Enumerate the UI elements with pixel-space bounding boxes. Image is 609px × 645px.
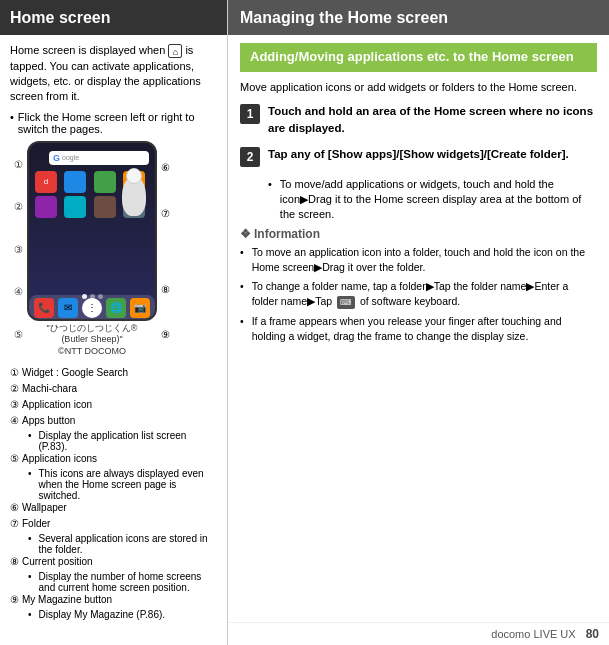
sub-bullet-4: •	[28, 430, 32, 441]
num9-right: ⑨	[161, 329, 170, 340]
dock-icon-apps: ⋮	[82, 298, 102, 318]
info-bullet-dot-1: •	[240, 245, 244, 260]
step-label-2: Tap any of [Show apps]/[Show widgets]/[C…	[268, 148, 569, 160]
step-1: 1 Touch and hold an area of the Home scr…	[240, 103, 597, 135]
info-item-2: • To change a folder name, tap a folder▶…	[240, 279, 597, 309]
num5-left: ⑤	[14, 329, 23, 340]
legend-sub-text-7: Several application icons are stored in …	[39, 533, 217, 555]
step-num-text-1: 1	[247, 107, 254, 121]
legend-num-3: ③	[10, 398, 19, 411]
legend-sub-8: • Display the number of home screens and…	[28, 571, 217, 593]
keyboard-icon: ⌨	[337, 296, 355, 309]
info-bullet-dot-2: •	[240, 279, 244, 294]
legend-num-8: ⑧	[10, 555, 19, 568]
phone-mockup: G oogle d	[27, 141, 157, 358]
legend-sub-5: • This icons are always displayed even w…	[28, 468, 217, 501]
legend-label-2: Machi-chara	[22, 382, 77, 395]
sub-bullet-8: •	[28, 571, 32, 582]
legend-label-6: Wallpaper	[22, 501, 67, 514]
footer: docomo LIVE UX 80	[228, 622, 609, 645]
step2-sub-text: To move/add applications or widgets, tou…	[280, 177, 597, 223]
dock-icon-browser: 🌐	[106, 298, 126, 318]
left-numbers: ① ② ③ ④ ⑤	[14, 141, 23, 358]
step-label-1: Touch and hold an area of the Home scree…	[268, 105, 593, 133]
legend-item-8: ⑧ Current position	[10, 555, 217, 568]
info-item-3: • If a frame appears when you release yo…	[240, 314, 597, 343]
legend-item-3: ③ Application icon	[10, 398, 217, 411]
right-header-text: Managing the Home screen	[240, 9, 448, 26]
caption1: "ひつじのしつじくん®	[47, 323, 138, 333]
subheader-text: Adding/Moving applications etc. to the H…	[250, 49, 574, 64]
info-diamond-icon: ❖	[240, 227, 251, 241]
legend-item-6: ⑥ Wallpaper	[10, 501, 217, 514]
right-intro: Move application icons or add widgets or…	[240, 80, 597, 95]
caption3: ©NTT DOCOMO	[58, 346, 126, 356]
app-icon-brown	[94, 196, 116, 218]
section-subheader: Adding/Moving applications etc. to the H…	[240, 43, 597, 72]
sub-bullet-dot: •	[268, 177, 272, 192]
home-icon: ⌂	[168, 44, 182, 58]
num2-left: ②	[14, 201, 23, 212]
app-icon-green	[94, 171, 116, 193]
bullet-dot: •	[10, 111, 14, 123]
legend-item-7: ⑦ Folder	[10, 517, 217, 530]
legend-num-1: ①	[10, 366, 19, 379]
legend-num-5: ⑤	[10, 452, 19, 465]
step-num-text-2: 2	[247, 150, 254, 164]
right-header: Managing the Home screen	[228, 0, 609, 35]
info-text-2: To change a folder name, tap a folder▶Ta…	[252, 279, 597, 309]
num6-right: ⑥	[161, 162, 170, 173]
info-text-3: If a frame appears when you release your…	[252, 314, 597, 343]
legend-label-4: Apps button	[22, 414, 75, 427]
left-header-text: Home screen	[10, 9, 111, 26]
phone-screen-area: G oogle d	[27, 141, 157, 321]
left-bullet1: • Flick the Home screen left or right to…	[10, 111, 217, 135]
mascot-area	[119, 171, 149, 221]
mascot-body	[122, 176, 146, 216]
dock-icon-phone: 📞	[34, 298, 54, 318]
step-text-2: Tap any of [Show apps]/[Show widgets]/[C…	[268, 146, 569, 162]
num3-left: ③	[14, 244, 23, 255]
legend-label-1: Widget : Google Search	[22, 366, 128, 379]
phone-screen: G oogle d	[29, 151, 155, 321]
legend-label-7: Folder	[22, 517, 50, 530]
step-number-1: 1	[240, 104, 260, 124]
footer-page: 80	[586, 627, 599, 641]
left-header: Home screen	[0, 0, 227, 35]
step2-sub-bullet: • To move/add applications or widgets, t…	[268, 177, 597, 223]
info-header: ❖ Information	[240, 227, 597, 241]
legend-sub-text-9: Display My Magazine (P.86).	[39, 609, 166, 620]
num8-right: ⑧	[161, 284, 170, 295]
legend-label-9: My Magazine button	[22, 593, 112, 606]
sub-bullet-7: •	[28, 533, 32, 544]
sub-bullet-9: •	[28, 609, 32, 620]
num1-left: ①	[14, 159, 23, 170]
search-bar-mock: G oogle	[49, 151, 149, 165]
mascot-head	[126, 168, 142, 184]
legend-num-9: ⑨	[10, 593, 19, 606]
info-item-1: • To move an application icon into a fol…	[240, 245, 597, 274]
legend-sub-9: • Display My Magazine (P.86).	[28, 609, 217, 620]
legend-num-2: ②	[10, 382, 19, 395]
info-section: ❖ Information • To move an application i…	[240, 227, 597, 344]
step-number-2: 2	[240, 147, 260, 167]
bullet1-text: Flick the Home screen left or right to s…	[18, 111, 217, 135]
sub-bullet-5: •	[28, 468, 32, 479]
right-column: Managing the Home screen Adding/Moving a…	[228, 0, 609, 645]
step-text-1: Touch and hold an area of the Home scree…	[268, 103, 597, 135]
legend-list: ① Widget : Google Search ② Machi-chara ③…	[10, 366, 217, 620]
footer-brand: docomo LIVE UX	[491, 628, 575, 640]
legend-sub-7: • Several application icons are stored i…	[28, 533, 217, 555]
app-icon-red: d	[35, 171, 57, 193]
google-g: G	[53, 153, 60, 163]
legend-label-3: Application icon	[22, 398, 92, 411]
legend-item-1: ① Widget : Google Search	[10, 366, 217, 379]
left-column: Home screen Home screen is displayed whe…	[0, 0, 228, 645]
info-text-1: To move an application icon into a folde…	[252, 245, 597, 274]
legend-sub-text-4: Display the application list screen (P.8…	[39, 430, 217, 452]
app-icon-purple	[35, 196, 57, 218]
legend-item-9: ⑨ My Magazine button	[10, 593, 217, 606]
legend-sub-text-8: Display the number of home screens and c…	[39, 571, 217, 593]
phone-mockup-area: ① ② ③ ④ ⑤ G oogle	[14, 141, 217, 358]
right-content: Adding/Moving applications etc. to the H…	[228, 35, 609, 622]
